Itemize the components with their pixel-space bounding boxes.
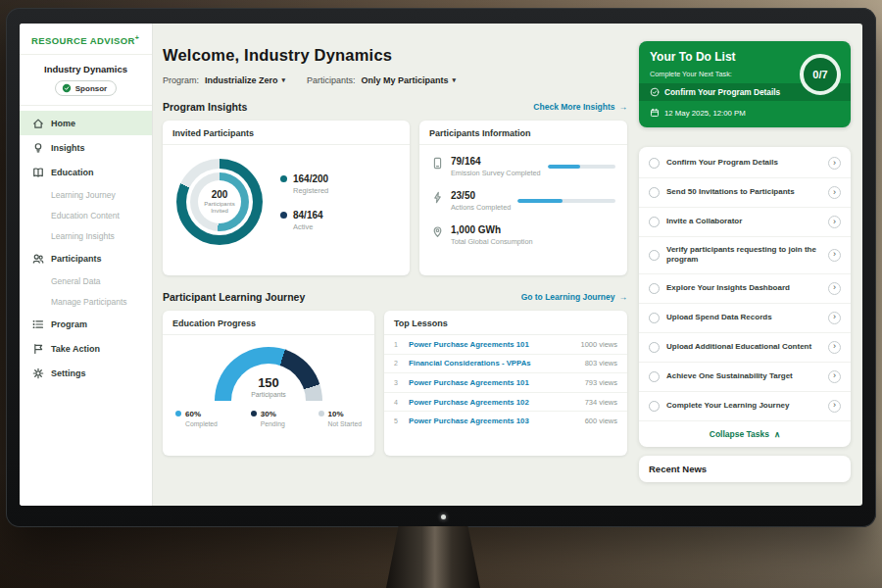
participants-filter-label: Participants: bbox=[307, 75, 356, 85]
bolt-icon bbox=[431, 191, 444, 204]
lesson-row: 5 Power Purchase Agreements 103 600 view… bbox=[384, 412, 627, 430]
sidebar-item-manage-participants[interactable]: Manage Participants bbox=[20, 291, 152, 312]
program-filter-dropdown[interactable]: Industrialize Zero ▾ bbox=[205, 75, 285, 85]
lesson-link[interactable]: Power Purchase Agreements 102 bbox=[409, 398, 578, 407]
task-row[interactable]: Invite a Collaborator › bbox=[639, 208, 851, 237]
task-checkbox[interactable] bbox=[649, 187, 660, 198]
chevron-right-icon[interactable]: › bbox=[828, 282, 841, 295]
todo-due-date: 12 May 2025, 12:00 PM bbox=[650, 108, 840, 118]
sidebar-item-learning-insights[interactable]: Learning Insights bbox=[20, 225, 152, 246]
task-row[interactable]: Explore Your Insights Dashboard › bbox=[639, 274, 851, 304]
legend-item-registered: 164/200 Registered bbox=[280, 173, 328, 195]
chevron-right-icon[interactable]: › bbox=[828, 400, 841, 413]
task-checkbox[interactable] bbox=[649, 313, 660, 323]
task-checkbox[interactable] bbox=[649, 401, 660, 412]
sidebar-item-settings[interactable]: Settings bbox=[20, 361, 152, 385]
sidebar-item-label: Take Action bbox=[51, 344, 100, 354]
invited-donut-chart: 200 Participants Invited bbox=[176, 159, 263, 245]
task-row[interactable]: Achieve One Sustainability Target › bbox=[639, 363, 851, 392]
chevron-right-icon[interactable]: › bbox=[828, 370, 841, 383]
participants-information-card: Participants Information 79/164 Emission… bbox=[419, 121, 627, 275]
page-title: Welcome, Industry Dynamics bbox=[163, 46, 633, 65]
lesson-link[interactable]: Financial Considerations - VPPAs bbox=[409, 359, 578, 368]
chevron-right-icon[interactable]: › bbox=[828, 341, 841, 354]
section-title: Participant Learning Journey bbox=[163, 291, 305, 303]
lesson-views: 600 views bbox=[585, 416, 617, 425]
lesson-link[interactable]: Power Purchase Agreements 103 bbox=[409, 416, 578, 425]
flag-icon bbox=[32, 343, 44, 355]
sidebar-item-general-data[interactable]: General Data bbox=[20, 270, 152, 291]
legend-item-pending: 30% Pending bbox=[251, 410, 285, 427]
chevron-right-icon[interactable]: › bbox=[828, 157, 841, 170]
lesson-views: 793 views bbox=[585, 378, 617, 387]
chevron-right-icon[interactable]: › bbox=[828, 186, 841, 199]
task-row[interactable]: Confirm Your Program Details › bbox=[639, 149, 851, 178]
task-checkbox[interactable] bbox=[649, 342, 660, 353]
lesson-rank: 4 bbox=[394, 399, 402, 406]
invited-legend: 164/200 Registered 84/164 Active bbox=[280, 173, 328, 231]
screen: RESOURCE ADVISOR+ Industry Dynamics Spon… bbox=[20, 24, 862, 506]
task-row[interactable]: Send 50 Invitations to Participants › bbox=[639, 178, 851, 208]
progress-bar bbox=[517, 199, 615, 203]
sidebar-item-label: Insights bbox=[51, 143, 85, 153]
collapse-tasks-link[interactable]: Collapse Tasks ∧ bbox=[639, 421, 851, 447]
arrow-right-icon: → bbox=[619, 102, 628, 112]
gear-icon bbox=[32, 368, 44, 379]
lesson-link[interactable]: Power Purchase Agreements 101 bbox=[409, 340, 573, 349]
participants-filter-dropdown[interactable]: Only My Participants ▾ bbox=[362, 75, 457, 85]
check-more-insights-link[interactable]: Check More Insights→ bbox=[533, 102, 627, 112]
lesson-views: 734 views bbox=[585, 398, 617, 407]
legend-item-not-started: 10% Not Started bbox=[318, 410, 362, 427]
learning-journey-header: Participant Learning Journey Go to Learn… bbox=[163, 291, 627, 303]
task-checkbox[interactable] bbox=[649, 371, 660, 382]
chevron-right-icon[interactable]: › bbox=[828, 216, 841, 228]
legend-dot bbox=[280, 175, 287, 182]
program-insights-header: Program Insights Check More Insights→ bbox=[163, 101, 627, 113]
org-name: Industry Dynamics bbox=[20, 64, 152, 74]
lesson-link[interactable]: Power Purchase Agreements 101 bbox=[409, 378, 578, 387]
todo-summary-card: Your To Do List 0/7 Complete Your Next T… bbox=[639, 41, 851, 127]
sidebar-item-insights[interactable]: Insights bbox=[20, 135, 152, 160]
chevron-right-icon[interactable]: › bbox=[828, 249, 841, 262]
insights-icon bbox=[32, 142, 44, 154]
task-checkbox[interactable] bbox=[649, 158, 660, 169]
chevron-right-icon[interactable]: › bbox=[828, 312, 841, 324]
chevron-down-icon: ▾ bbox=[453, 76, 457, 84]
sponsor-label: Sponsor bbox=[75, 84, 107, 93]
lesson-rank: 3 bbox=[394, 379, 402, 386]
legend-dot bbox=[280, 212, 287, 219]
task-row[interactable]: Verify participants requesting to join t… bbox=[639, 237, 851, 274]
recent-news-header[interactable]: Recent News bbox=[639, 456, 851, 482]
task-row[interactable]: Upload Additional Educational Content › bbox=[639, 333, 851, 363]
program-list-icon bbox=[32, 318, 44, 330]
app-logo: RESOURCE ADVISOR+ bbox=[20, 24, 152, 55]
chevron-up-icon: ∧ bbox=[774, 429, 780, 439]
sidebar-item-education[interactable]: Education bbox=[20, 160, 152, 184]
sidebar-item-learning-journey[interactable]: Learning Journey bbox=[20, 184, 152, 205]
education-legend: 60% Completed 30% Pending bbox=[163, 410, 374, 427]
program-filter-label: Program: bbox=[163, 75, 199, 85]
task-checkbox[interactable] bbox=[649, 283, 660, 294]
sidebar-item-program[interactable]: Program bbox=[20, 312, 152, 336]
legend-dot bbox=[251, 411, 257, 416]
task-checkbox[interactable] bbox=[649, 250, 660, 261]
lesson-rank: 1 bbox=[394, 341, 402, 348]
top-lessons-card: Top Lessons 1 Power Purchase Agreements … bbox=[384, 311, 627, 456]
card-title: Top Lessons bbox=[384, 311, 627, 335]
lesson-row: 3 Power Purchase Agreements 101 793 view… bbox=[384, 373, 627, 393]
sidebar-nav: Home Insights Education Learning Journey… bbox=[20, 106, 152, 385]
task-row[interactable]: Complete Your Learning Journey › bbox=[639, 392, 851, 421]
sidebar-item-participants[interactable]: Participants bbox=[20, 246, 152, 270]
todo-subtitle: Complete Your Next Task: bbox=[650, 70, 840, 78]
sidebar-item-home[interactable]: Home bbox=[20, 111, 152, 135]
legend-dot bbox=[175, 411, 181, 416]
sidebar-item-take-action[interactable]: Take Action bbox=[20, 336, 152, 361]
task-row[interactable]: Upload Spend Data Records › bbox=[639, 304, 851, 333]
sidebar-item-education-content[interactable]: Education Content bbox=[20, 205, 152, 225]
sponsor-badge[interactable]: Sponsor bbox=[55, 80, 117, 96]
go-to-learning-journey-link[interactable]: Go to Learning Journey→ bbox=[521, 292, 627, 302]
task-checkbox[interactable] bbox=[649, 217, 660, 227]
lesson-views: 1000 views bbox=[580, 340, 617, 349]
monitor-frame: RESOURCE ADVISOR+ Industry Dynamics Spon… bbox=[6, 8, 876, 527]
sidebar-item-label: Settings bbox=[51, 368, 86, 378]
